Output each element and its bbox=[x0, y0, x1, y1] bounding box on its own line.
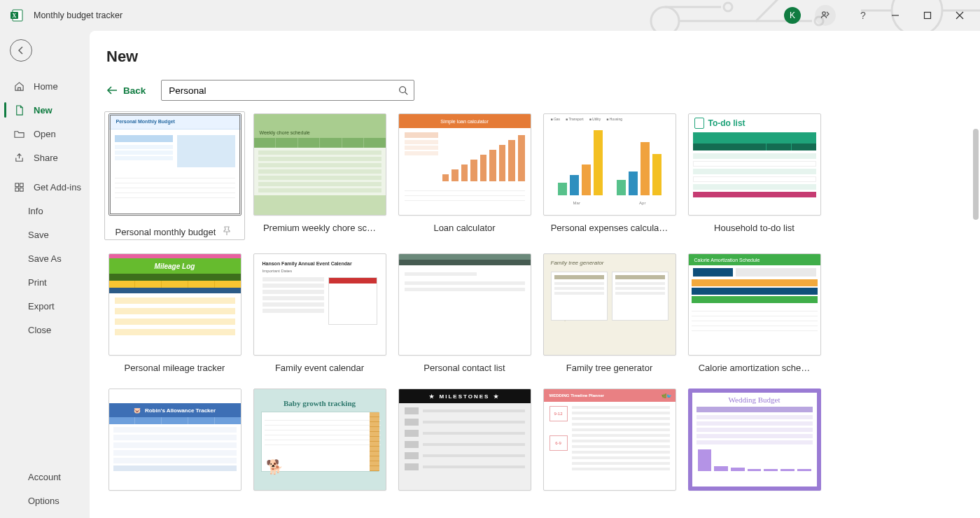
new-file-icon bbox=[13, 105, 25, 115]
nav-label: Close bbox=[28, 325, 51, 335]
nav-label: Save As bbox=[28, 253, 62, 264]
template-family-event-calendar[interactable]: Hanson Family Annual Event Calendar Impo… bbox=[251, 253, 388, 373]
back-circle-button[interactable] bbox=[10, 39, 32, 62]
template-weekly-chore[interactable]: Weekly chore schedule bbox=[251, 113, 388, 238]
template-thumb: Hanson Family Annual Event Calendar Impo… bbox=[253, 253, 386, 356]
nav-label: Save bbox=[28, 230, 49, 240]
template-label: Personal expenses calcula… bbox=[551, 223, 668, 233]
coming-soon-icon[interactable] bbox=[815, 5, 836, 26]
svg-rect-16 bbox=[15, 188, 18, 191]
template-thumb: To-do list bbox=[688, 113, 821, 216]
template-label: Loan calculator bbox=[433, 223, 495, 233]
window-close-button[interactable] bbox=[944, 0, 976, 31]
template-wedding-budget[interactable]: Wedding Budget bbox=[686, 388, 822, 498]
svg-rect-14 bbox=[15, 183, 18, 186]
template-wedding-timeline[interactable]: WEDDING Timeline Planner🌿🐦 9-12 6-9 bbox=[541, 388, 678, 498]
help-button[interactable]: ? bbox=[847, 0, 879, 31]
nav-label: Export bbox=[28, 301, 55, 312]
scrollbar-thumb[interactable] bbox=[973, 129, 979, 220]
template-label: Premium weekly chore sc… bbox=[263, 223, 376, 233]
document-title: Monthly budget tracker bbox=[34, 10, 122, 20]
template-personal-expenses[interactable]: ■ Gas■ Transport■ Utility■ Housing bbox=[541, 113, 678, 238]
window-minimize-button[interactable] bbox=[879, 0, 911, 31]
nav-save[interactable]: Save bbox=[0, 223, 90, 246]
svg-rect-11 bbox=[925, 13, 931, 19]
template-personal-contact-list[interactable]: Personal contact list bbox=[396, 253, 533, 373]
template-search[interactable] bbox=[161, 80, 414, 101]
template-thumb: ★ MILESTONES ★ bbox=[398, 388, 531, 491]
svg-point-9 bbox=[822, 12, 825, 15]
nav-info[interactable]: Info bbox=[0, 199, 90, 223]
template-thumb: ■ Gas■ Transport■ Utility■ Housing bbox=[543, 113, 676, 216]
template-thumb: Wedding Budget bbox=[688, 388, 821, 491]
template-search-input[interactable] bbox=[162, 85, 393, 96]
template-calorie-amortization[interactable]: Calorie Amortization Schedule Calorie am… bbox=[686, 253, 822, 373]
nav-home[interactable]: Home bbox=[0, 74, 90, 98]
template-label: Calorie amortization sche… bbox=[699, 363, 811, 373]
pin-icon[interactable] bbox=[221, 225, 234, 238]
template-label: Personal contact list bbox=[424, 363, 505, 373]
template-thumb: Weekly chore schedule bbox=[253, 113, 386, 216]
folder-open-icon bbox=[13, 129, 25, 139]
nav-label: New bbox=[34, 105, 52, 115]
svg-rect-17 bbox=[20, 188, 23, 191]
nav-label: Share bbox=[34, 153, 58, 163]
nav-label: Info bbox=[28, 206, 43, 216]
template-household-todo[interactable]: To-do list Household to- bbox=[686, 113, 822, 238]
search-icon[interactable] bbox=[393, 85, 414, 95]
back-link[interactable]: Back bbox=[106, 85, 146, 96]
nav-account[interactable]: Account bbox=[0, 465, 90, 489]
template-loan-calculator[interactable]: Simple loan calculator bbox=[396, 113, 533, 238]
template-label: Personal mileage tracker bbox=[125, 363, 225, 373]
nav-saveas[interactable]: Save As bbox=[0, 246, 90, 270]
svg-rect-15 bbox=[20, 183, 23, 186]
nav-new[interactable]: New bbox=[0, 98, 90, 122]
template-milestones[interactable]: ★ MILESTONES ★ bbox=[396, 388, 533, 498]
window-maximize-button[interactable] bbox=[911, 0, 944, 31]
template-thumb: Baby growth tracking 🐕 bbox=[253, 388, 386, 491]
template-label: Family tree generator bbox=[566, 363, 653, 373]
addins-icon bbox=[13, 182, 25, 192]
nav-label: Account bbox=[28, 472, 61, 482]
template-thumb: Simple loan calculator bbox=[398, 113, 531, 216]
template-thumb: Family tree generator bbox=[543, 253, 676, 356]
template-mileage-tracker[interactable]: Mileage Log Personal mileage tracker bbox=[106, 253, 243, 373]
excel-app-icon: X bbox=[10, 8, 25, 23]
template-thumb: 🐷Robin's Allowance Tracker bbox=[108, 388, 241, 491]
template-label: Family event calendar bbox=[275, 363, 364, 373]
share-icon bbox=[13, 153, 25, 163]
backstage-sidebar: Home New Open Share Get Add-ins Info Sav… bbox=[0, 31, 90, 518]
nav-label: Home bbox=[34, 81, 58, 92]
template-thumb bbox=[398, 253, 531, 356]
nav-label: Get Add-ins bbox=[34, 182, 81, 192]
nav-get-addins[interactable]: Get Add-ins bbox=[0, 175, 90, 199]
template-allowance-tracker[interactable]: 🐷Robin's Allowance Tracker bbox=[106, 388, 243, 498]
nav-close[interactable]: Close bbox=[0, 318, 90, 342]
user-avatar[interactable]: K bbox=[784, 7, 801, 24]
nav-label: Print bbox=[28, 277, 47, 288]
template-label: Personal monthly budget bbox=[115, 227, 216, 237]
page-title: New bbox=[106, 48, 963, 66]
svg-point-18 bbox=[400, 87, 406, 93]
nav-label: Open bbox=[34, 129, 56, 139]
nav-open[interactable]: Open bbox=[0, 122, 90, 146]
home-icon bbox=[13, 81, 25, 92]
template-family-tree[interactable]: Family tree generator bbox=[541, 253, 678, 373]
nav-export[interactable]: Export bbox=[0, 294, 90, 318]
svg-text:X: X bbox=[13, 13, 17, 19]
title-bar: X Monthly budget tracker K ? bbox=[0, 0, 980, 31]
template-thumb: Personal Monthly Budget bbox=[108, 113, 241, 216]
template-thumb: Calorie Amortization Schedule bbox=[688, 253, 821, 356]
back-link-label: Back bbox=[123, 85, 146, 96]
nav-share[interactable]: Share bbox=[0, 146, 90, 169]
nav-options[interactable]: Options bbox=[0, 489, 90, 512]
nav-label: Options bbox=[28, 496, 59, 506]
template-grid: Personal Monthly Budget bbox=[106, 113, 963, 518]
template-thumb: WEDDING Timeline Planner🌿🐦 9-12 6-9 bbox=[543, 388, 676, 491]
template-label: Household to-do list bbox=[714, 223, 794, 233]
nav-print[interactable]: Print bbox=[0, 270, 90, 294]
template-baby-growth[interactable]: Baby growth tracking 🐕 bbox=[251, 388, 388, 498]
content-pane: New Back Personal Monthly Budget bbox=[90, 31, 980, 518]
template-personal-monthly-budget[interactable]: Personal Monthly Budget bbox=[106, 113, 243, 238]
template-thumb: Mileage Log bbox=[108, 253, 241, 356]
